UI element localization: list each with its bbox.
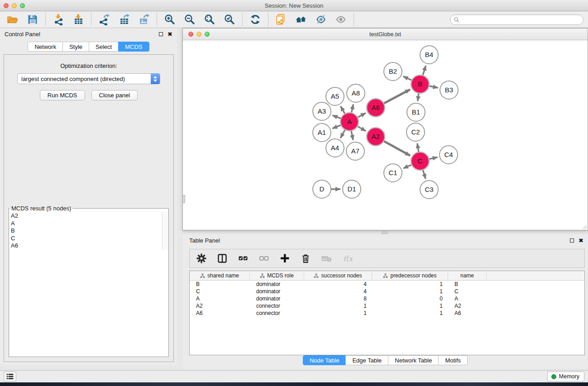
export-table-icon[interactable] — [118, 14, 130, 25]
table-cell[interactable]: 1 — [304, 302, 372, 310]
table-cell[interactable]: A — [190, 295, 250, 302]
export-image-icon[interactable] — [138, 14, 150, 25]
table-cell[interactable]: connector — [250, 310, 304, 317]
table-cell[interactable]: C — [190, 288, 250, 295]
close-panel-icon[interactable]: ✖ — [167, 32, 172, 36]
float-panel-icon[interactable] — [159, 32, 163, 36]
import-table-icon[interactable] — [72, 14, 84, 25]
mcds-result-item[interactable]: A2 — [11, 212, 162, 220]
column-header-predecessor-nodes[interactable]: predecessor nodes — [372, 271, 448, 280]
table-row[interactable]: Bdominator41B — [190, 281, 584, 288]
run-mcds-button[interactable]: Run MCDS — [40, 90, 85, 100]
zoom-out-icon[interactable] — [184, 14, 196, 25]
table-cell[interactable]: dominator — [250, 288, 304, 295]
mcds-result-item[interactable]: C — [11, 235, 162, 243]
tab-mcds[interactable]: MCDS — [118, 42, 149, 52]
criterion-select[interactable]: largest connected component (directed) — [17, 73, 160, 84]
tab-network[interactable]: Network — [28, 42, 63, 52]
table-row[interactable]: A2connector11A2 — [190, 302, 584, 310]
search-box[interactable] — [450, 14, 583, 25]
table-cell[interactable]: dominator — [250, 281, 304, 288]
graph-edge-A-A1[interactable] — [332, 125, 341, 129]
table-cell[interactable]: 1 — [372, 288, 448, 295]
network-graph[interactable]: B4B2BB3A5A8A6A3B1AA1C2A2A4A7C4CC1C3DD1 — [183, 40, 588, 230]
splitter-handle[interactable] — [382, 231, 388, 234]
graph-edge-B-B3[interactable] — [429, 86, 438, 88]
table-cell[interactable]: 1 — [372, 302, 448, 310]
add-column-icon[interactable] — [279, 253, 290, 264]
zoom-in-icon[interactable] — [164, 14, 176, 25]
tab-motifs[interactable]: Motifs — [438, 355, 468, 365]
table-cell[interactable]: A6 — [448, 310, 487, 317]
column-header-name[interactable]: name — [448, 271, 487, 280]
task-history-button[interactable] — [4, 372, 16, 381]
settings-gear-icon[interactable] — [196, 253, 207, 264]
table-row[interactable]: Cdominator41C — [190, 288, 584, 295]
table-cell[interactable]: 1 — [304, 310, 372, 317]
graph-edge-A-A7[interactable] — [351, 131, 353, 140]
table-row[interactable]: A6connector11A6 — [190, 310, 584, 317]
result-list-scrollbar[interactable] — [162, 212, 168, 250]
table-cell[interactable]: A — [448, 295, 487, 302]
graph-edge-C-C4[interactable] — [429, 157, 438, 159]
table-cell[interactable]: 8 — [304, 295, 372, 302]
table-cell[interactable]: A6 — [190, 310, 250, 317]
column-header-MCDS-role[interactable]: MCDS role — [250, 271, 304, 280]
column-header-successor-nodes[interactable]: successor nodes — [304, 271, 372, 280]
graph-edge-A-A6[interactable] — [358, 113, 366, 118]
graph-edge-A2-C[interactable] — [384, 141, 411, 156]
table-cell[interactable]: 4 — [304, 288, 372, 295]
float-table-panel-icon[interactable] — [570, 238, 574, 243]
table-cell[interactable]: B — [448, 281, 487, 288]
table-cell[interactable]: 1 — [372, 310, 448, 317]
graph-edge-C-C2[interactable] — [417, 143, 419, 152]
graph-edge-A-A2[interactable] — [357, 126, 366, 131]
select-all-icon[interactable] — [238, 253, 249, 264]
network-window-titlebar[interactable]: testGlobe.txt — [183, 29, 588, 40]
open-icon[interactable] — [7, 14, 19, 25]
zoom-fit-icon[interactable] — [204, 14, 215, 25]
network-canvas[interactable]: B4B2BB3A5A8A6A3B1AA1C2A2A4A7C4CC1C3DD1 — [183, 40, 588, 230]
export-network-icon[interactable] — [98, 14, 110, 25]
graph-edge-A-A4[interactable] — [340, 130, 345, 138]
panel-collapse-handle[interactable] — [183, 195, 185, 203]
mcds-result-item[interactable]: A — [11, 220, 162, 228]
table-cell[interactable]: C — [448, 288, 487, 295]
close-panel-button[interactable]: Close panel — [91, 90, 138, 100]
tab-node-table[interactable]: Node Table — [303, 355, 346, 365]
tab-edge-table[interactable]: Edge Table — [345, 355, 388, 365]
tab-network-table[interactable]: Network Table — [388, 355, 439, 365]
search-input[interactable] — [459, 15, 583, 24]
refresh-icon[interactable] — [249, 14, 261, 25]
graph-edge-C-C3[interactable] — [423, 170, 425, 179]
tab-style[interactable]: Style — [62, 42, 89, 52]
table-cell[interactable]: connector — [250, 302, 304, 310]
save-icon[interactable] — [27, 14, 38, 25]
table-cell[interactable]: 1 — [372, 281, 448, 288]
table-cell[interactable]: A2 — [448, 302, 487, 310]
graphics-details-icon[interactable] — [315, 14, 327, 25]
window-resize-grip[interactable] — [582, 224, 587, 229]
graph-edge-A-A8[interactable] — [351, 104, 353, 113]
table-cell[interactable]: A2 — [190, 302, 250, 310]
graph-edge-B-B2[interactable] — [403, 76, 412, 81]
graph-edge-B-B4[interactable] — [423, 66, 426, 76]
import-network-icon[interactable] — [53, 14, 64, 25]
delete-column-icon[interactable] — [300, 253, 311, 264]
table-row[interactable]: Adominator80A — [190, 295, 584, 302]
graph-edge-A-A5[interactable] — [340, 106, 345, 114]
tab-select[interactable]: Select — [89, 42, 119, 52]
show-hide-graphics-icon[interactable] — [335, 14, 347, 25]
column-header-shared-name[interactable]: shared name — [190, 271, 250, 280]
mcds-result-item[interactable]: B — [11, 227, 162, 235]
memory-button[interactable]: Memory — [547, 372, 584, 381]
table-cell[interactable]: dominator — [250, 295, 304, 302]
table-cell[interactable]: 0 — [372, 295, 448, 302]
close-table-panel-icon[interactable]: ✖ — [578, 238, 583, 243]
new-network-from-selection-icon[interactable] — [275, 14, 287, 25]
zoom-selected-icon[interactable] — [224, 14, 235, 25]
first-neighbors-icon[interactable] — [295, 14, 307, 25]
graph-edge-A6-B[interactable] — [384, 90, 410, 104]
deselect-all-icon[interactable] — [258, 253, 269, 264]
graph-edge-C-C1[interactable] — [403, 165, 412, 168]
